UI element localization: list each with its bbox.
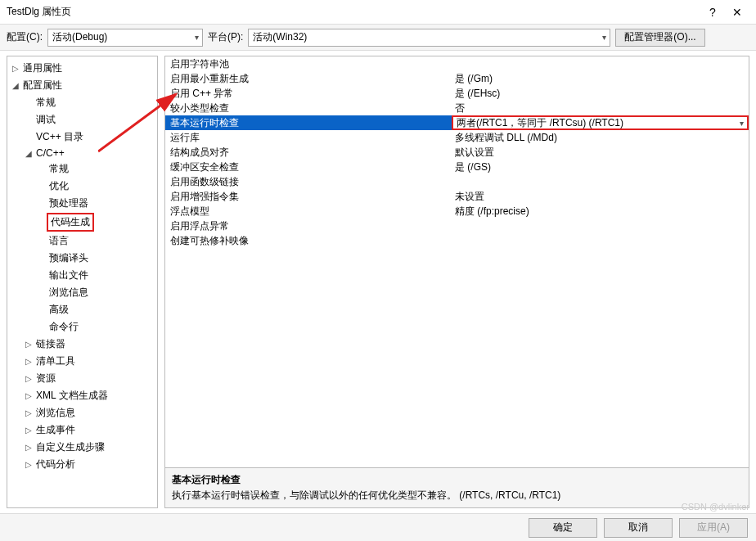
tree-twisty-icon[interactable]: ▷ — [24, 426, 34, 435]
tree-item-label: 常规 — [47, 161, 71, 177]
property-name: 较小类型检查 — [165, 101, 452, 115]
ok-button[interactable]: 确定 — [529, 518, 597, 538]
property-row[interactable]: 较小类型检查否 — [165, 101, 749, 115]
tree-item-label: C/C++ — [34, 147, 67, 160]
tree-item[interactable]: 浏览信息 — [7, 284, 157, 301]
property-row[interactable]: 浮点模型精度 (/fp:precise) — [165, 204, 749, 219]
tree-twisty-icon[interactable]: ▷ — [24, 374, 34, 383]
property-row[interactable]: 启用最小重新生成是 (/Gm) — [165, 71, 749, 86]
tree-item-label: 配置属性 — [20, 78, 65, 93]
close-button[interactable]: ✕ — [725, 6, 749, 19]
tree-item[interactable]: ◢C/C++ — [7, 146, 157, 160]
help-button[interactable]: ? — [700, 6, 725, 19]
chevron-down-icon: ▾ — [195, 33, 199, 42]
property-row[interactable]: 启用增强指令集未设置 — [165, 189, 749, 204]
property-value[interactable]: 精度 (/fp:precise) — [452, 205, 749, 219]
tree-item-label: 通用属性 — [20, 61, 65, 76]
tree-item[interactable]: 常规 — [7, 94, 157, 111]
tree-twisty-icon[interactable]: ▷ — [24, 391, 34, 400]
tree-item[interactable]: ▷资源 — [7, 370, 157, 387]
config-label: 配置(C): — [7, 30, 43, 44]
platform-label: 平台(P): — [208, 30, 243, 44]
tree-item-label: 浏览信息 — [34, 405, 78, 421]
tree-twisty-icon[interactable]: ▷ — [24, 357, 34, 366]
tree-item[interactable]: 代码生成 — [7, 212, 157, 232]
tree-item[interactable]: ▷浏览信息 — [7, 404, 157, 422]
tree-item[interactable]: 预处理器 — [7, 195, 157, 212]
tree-twisty-icon[interactable]: ▷ — [24, 460, 34, 469]
tree-item[interactable]: ▷链接器 — [7, 336, 157, 353]
property-value[interactable]: 否 — [452, 101, 749, 115]
tree-item[interactable]: 优化 — [7, 178, 157, 195]
tree-item[interactable]: 输出文件 — [7, 267, 157, 284]
tree-item[interactable]: 语言 — [7, 232, 157, 250]
tree-item-label: 代码生成 — [47, 213, 94, 232]
tree-twisty-icon[interactable]: ▷ — [24, 408, 34, 417]
property-row[interactable]: 启用浮点异常 — [165, 219, 749, 233]
property-grid[interactable]: 启用字符串池启用最小重新生成是 (/Gm)启用 C++ 异常是 (/EHsc)较… — [164, 56, 749, 468]
description-panel: 基本运行时检查 执行基本运行时错误检查，与除调试以外的任何优化类型不兼容。 (/… — [164, 468, 749, 508]
tree-item-label: 生成事件 — [34, 422, 78, 438]
property-name: 浮点模型 — [165, 205, 452, 219]
tree-item-label: 调试 — [34, 112, 58, 128]
property-value[interactable]: 未设置 — [452, 190, 749, 204]
chevron-down-icon[interactable]: ▾ — [740, 119, 744, 128]
property-name: 启用增强指令集 — [165, 190, 452, 204]
tree-item[interactable]: ◢配置属性 — [7, 77, 157, 94]
property-name: 创建可热修补映像 — [165, 234, 452, 248]
tree-twisty-icon[interactable]: ▷ — [24, 443, 34, 452]
property-name: 运行库 — [165, 131, 452, 145]
tree-item[interactable]: ▷生成事件 — [7, 422, 157, 439]
nav-tree[interactable]: ▷通用属性◢配置属性常规调试VC++ 目录◢C/C++常规优化预处理器代码生成语… — [7, 56, 158, 508]
property-name: 基本运行时检查 — [165, 116, 452, 130]
tree-item-label: 常规 — [34, 95, 58, 110]
tree-twisty-icon[interactable]: ▷ — [11, 64, 20, 73]
tree-item[interactable]: 调试 — [7, 111, 157, 128]
property-value[interactable]: 多线程调试 DLL (/MDd) — [452, 131, 749, 145]
tree-item[interactable]: ▷XML 文档生成器 — [7, 387, 157, 404]
property-row[interactable]: 启用字符串池 — [165, 56, 749, 71]
property-value[interactable]: 两者(/RTC1，等同于 /RTCsu) (/RTC1)▾ — [452, 115, 749, 130]
tree-item-label: 浏览信息 — [47, 285, 91, 300]
tree-item-label: 预编译头 — [47, 250, 91, 266]
tree-item[interactable]: ▷代码分析 — [7, 456, 157, 473]
tree-item[interactable]: ▷自定义生成步骤 — [7, 439, 157, 456]
property-value[interactable]: 默认设置 — [452, 146, 749, 160]
property-name: 启用 C++ 异常 — [165, 87, 452, 101]
tree-item-label: 清单工具 — [34, 354, 78, 369]
property-row[interactable]: 缓冲区安全检查是 (/GS) — [165, 160, 749, 174]
property-row[interactable]: 基本运行时检查两者(/RTC1，等同于 /RTCsu) (/RTC1)▾ — [165, 115, 749, 130]
tree-item[interactable]: 命令行 — [7, 318, 157, 336]
tree-item-label: XML 文档生成器 — [34, 388, 110, 403]
apply-button[interactable]: 应用(A) — [679, 518, 748, 538]
tree-item[interactable]: 常规 — [7, 160, 157, 178]
watermark: CSDN @dvlinker — [682, 502, 749, 512]
tree-item[interactable]: 预编译头 — [7, 250, 157, 267]
property-name: 启用最小重新生成 — [165, 72, 452, 86]
property-row[interactable]: 启用 C++ 异常是 (/EHsc) — [165, 86, 749, 101]
tree-item[interactable]: ▷通用属性 — [7, 60, 157, 77]
chevron-down-icon: ▾ — [602, 33, 606, 42]
tree-twisty-icon[interactable]: ◢ — [11, 81, 20, 90]
tree-item-label: VC++ 目录 — [34, 129, 86, 145]
platform-combo[interactable]: 活动(Win32) ▾ — [248, 29, 610, 47]
property-row[interactable]: 结构成员对齐默认设置 — [165, 145, 749, 160]
tree-twisty-icon[interactable]: ◢ — [24, 149, 34, 158]
tree-item[interactable]: VC++ 目录 — [7, 128, 157, 146]
tree-item-label: 资源 — [34, 371, 58, 386]
property-value[interactable]: 是 (/Gm) — [452, 72, 749, 86]
config-manager-button[interactable]: 配置管理器(O)... — [615, 29, 704, 47]
tree-item[interactable]: 高级 — [7, 301, 157, 318]
cancel-button[interactable]: 取消 — [604, 518, 673, 538]
property-name: 启用字符串池 — [165, 57, 452, 71]
tree-twisty-icon[interactable]: ▷ — [24, 340, 34, 349]
property-row[interactable]: 运行库多线程调试 DLL (/MDd) — [165, 130, 749, 145]
property-row[interactable]: 启用函数级链接 — [165, 174, 749, 189]
property-row[interactable]: 创建可热修补映像 — [165, 233, 749, 248]
property-value[interactable]: 是 (/EHsc) — [452, 87, 749, 101]
tree-item[interactable]: ▷清单工具 — [7, 353, 157, 370]
config-combo[interactable]: 活动(Debug) ▾ — [47, 29, 203, 47]
tree-item-label: 输出文件 — [47, 268, 91, 283]
tree-item-label: 自定义生成步骤 — [34, 440, 107, 455]
property-value[interactable]: 是 (/GS) — [452, 160, 749, 174]
